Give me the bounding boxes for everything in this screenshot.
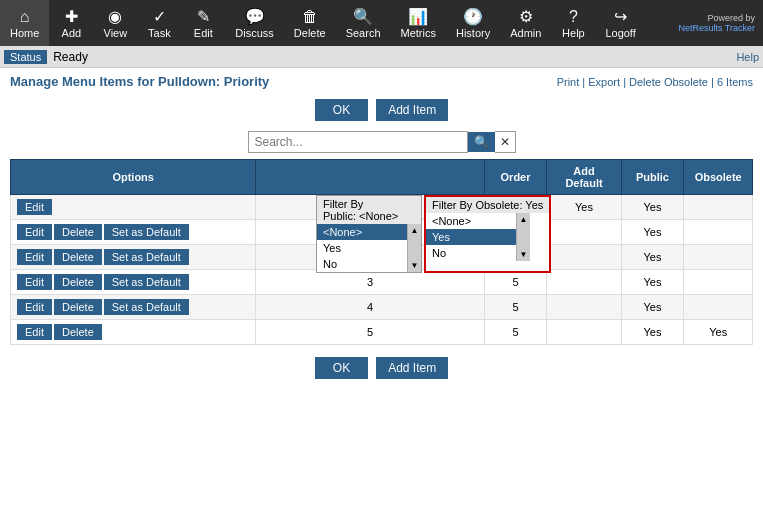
- edit-button[interactable]: Edit: [17, 324, 52, 340]
- logoff-icon: ↪: [614, 7, 627, 26]
- nav-admin-label: Admin: [510, 27, 541, 39]
- search-input[interactable]: [248, 131, 468, 153]
- search-clear-button[interactable]: ✕: [495, 131, 516, 153]
- set-as-default-button[interactable]: Set as Default: [104, 274, 189, 290]
- filter-public-yes[interactable]: Yes: [317, 240, 407, 256]
- table-row: EditDeleteSet as Default35Yes: [11, 270, 753, 295]
- status-badge: Status: [4, 50, 47, 64]
- top-toolbar: OK Add Item: [0, 93, 763, 127]
- metrics-icon: 📊: [408, 7, 428, 26]
- nav-logoff-label: Logoff: [605, 27, 635, 39]
- filter-public-no[interactable]: No: [317, 256, 407, 272]
- col-options-header: Options: [11, 160, 256, 195]
- history-icon: 🕐: [463, 7, 483, 26]
- nav-discuss-label: Discuss: [235, 27, 274, 39]
- delete-obsolete-link[interactable]: Delete Obsolete: [629, 76, 708, 88]
- nav-edit[interactable]: ✎ Edit: [181, 0, 225, 46]
- delete-button[interactable]: Delete: [54, 324, 102, 340]
- filter-obsolete-list[interactable]: <None> Yes No: [426, 213, 516, 261]
- nav-logoff[interactable]: ↪ Logoff: [595, 0, 645, 46]
- ok-button-bottom[interactable]: OK: [315, 357, 368, 379]
- nav-history[interactable]: 🕐 History: [446, 0, 500, 46]
- filter-obsolete-dropdown[interactable]: Filter By Obsolete: Yes <None> Yes No ▲ …: [424, 195, 551, 273]
- delete-button[interactable]: Delete: [54, 249, 102, 265]
- col-obsolete-header: Obsolete: [684, 160, 753, 195]
- edit-button[interactable]: Edit: [17, 274, 52, 290]
- nav-view[interactable]: ◉ View: [93, 0, 137, 46]
- cell-value: 4: [256, 295, 484, 320]
- delete-button[interactable]: Delete: [54, 299, 102, 315]
- filter-obsolete-none[interactable]: <None>: [426, 213, 516, 229]
- scroll-up-public[interactable]: ▲: [411, 226, 419, 235]
- add-item-button-top[interactable]: Add Item: [376, 99, 448, 121]
- tracker-link[interactable]: NetResults Tracker: [678, 23, 755, 33]
- cell-public: Yes: [621, 270, 684, 295]
- page-title: Manage Menu Items for Pulldown: Priority: [10, 74, 269, 89]
- export-link[interactable]: Export: [588, 76, 620, 88]
- cell-obsolete: Yes: [684, 320, 753, 345]
- add-item-button-bottom[interactable]: Add Item: [376, 357, 448, 379]
- cell-order: 5: [484, 270, 547, 295]
- edit-button[interactable]: Edit: [17, 299, 52, 315]
- nav-add[interactable]: ✚ Add: [49, 0, 93, 46]
- nav-home[interactable]: ⌂ Home: [0, 0, 49, 46]
- cell-order: 5: [484, 295, 547, 320]
- nav-metrics[interactable]: 📊 Metrics: [391, 0, 446, 46]
- nav-search[interactable]: 🔍 Search: [336, 0, 391, 46]
- set-as-default-button[interactable]: Set as Default: [104, 249, 189, 265]
- discuss-icon: 💬: [245, 7, 265, 26]
- status-value: Ready: [53, 50, 88, 64]
- filter-public-none[interactable]: <None>: [317, 224, 407, 240]
- nav-brand: Powered by NetResults Tracker: [678, 0, 763, 46]
- col-value-header: [256, 160, 484, 195]
- edit-button[interactable]: Edit: [17, 199, 52, 215]
- search-button[interactable]: 🔍: [468, 132, 495, 152]
- edit-button[interactable]: Edit: [17, 224, 52, 240]
- item-count: 6 Items: [717, 76, 753, 88]
- nav-help-label: Help: [562, 27, 585, 39]
- scroll-up-obsolete[interactable]: ▲: [520, 215, 528, 224]
- set-as-default-button[interactable]: Set as Default: [104, 224, 189, 240]
- admin-icon: ⚙: [519, 7, 533, 26]
- nav-help[interactable]: ? Help: [551, 0, 595, 46]
- edit-button[interactable]: Edit: [17, 249, 52, 265]
- filter-obsolete-yes[interactable]: Yes: [426, 229, 516, 245]
- nav-admin[interactable]: ⚙ Admin: [500, 0, 551, 46]
- status-bar: Status Ready Help: [0, 46, 763, 68]
- filter-obsolete-no[interactable]: No: [426, 245, 516, 261]
- filter-public-list[interactable]: <None> Yes No: [317, 224, 407, 272]
- nav-home-label: Home: [10, 27, 39, 39]
- scroll-down-public[interactable]: ▼: [411, 261, 419, 270]
- print-link[interactable]: Print: [557, 76, 580, 88]
- filter-obsolete-label: Filter By Obsolete: Yes: [426, 197, 549, 213]
- nav-metrics-label: Metrics: [401, 27, 436, 39]
- table-row: EditDelete55YesYes: [11, 320, 753, 345]
- delete-button[interactable]: Delete: [54, 224, 102, 240]
- cell-public: Yes: [621, 245, 684, 270]
- cell-public: Yes: [621, 320, 684, 345]
- page-actions: Print | Export | Delete Obsolete | 6 Ite…: [557, 76, 753, 88]
- col-order-header: Order: [484, 160, 547, 195]
- cell-public: Yes: [621, 295, 684, 320]
- set-as-default-button[interactable]: Set as Default: [104, 299, 189, 315]
- page-header: Manage Menu Items for Pulldown: Priority…: [0, 68, 763, 93]
- nav-delete-label: Delete: [294, 27, 326, 39]
- nav-delete[interactable]: 🗑 Delete: [284, 0, 336, 46]
- cell-add-default: [547, 220, 621, 245]
- nav-search-label: Search: [346, 27, 381, 39]
- filter-public-dropdown[interactable]: Filter ByPublic: <None> <None> Yes No ▲ …: [316, 195, 422, 273]
- scroll-down-obsolete[interactable]: ▼: [520, 250, 528, 259]
- bottom-toolbar: OK Add Item: [0, 351, 763, 385]
- nav-task[interactable]: ✓ Task: [137, 0, 181, 46]
- cell-add-default: Yes: [547, 195, 621, 220]
- nav-view-label: View: [104, 27, 128, 39]
- search-icon: 🔍: [353, 7, 373, 26]
- nav-discuss[interactable]: 💬 Discuss: [225, 0, 284, 46]
- nav-history-label: History: [456, 27, 490, 39]
- delete-button[interactable]: Delete: [54, 274, 102, 290]
- cell-public: Yes: [621, 195, 684, 220]
- table-container: Filter ByPublic: <None> <None> Yes No ▲ …: [0, 159, 763, 345]
- help-link[interactable]: Help: [736, 51, 759, 63]
- cell-value: 3: [256, 270, 484, 295]
- ok-button-top[interactable]: OK: [315, 99, 368, 121]
